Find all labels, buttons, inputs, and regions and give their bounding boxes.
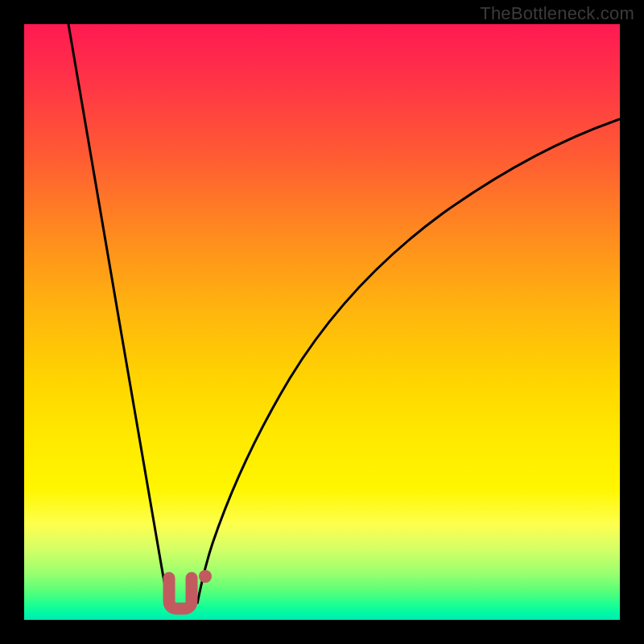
valley-u-marker [169, 578, 192, 609]
watermark-text: TheBottleneck.com [480, 3, 634, 24]
valley-dot [199, 570, 212, 583]
right-curve [197, 119, 620, 604]
left-curve [68, 24, 169, 604]
chart-frame: TheBottleneck.com [0, 0, 644, 644]
curves-svg [24, 24, 620, 620]
plot-area [24, 24, 620, 620]
